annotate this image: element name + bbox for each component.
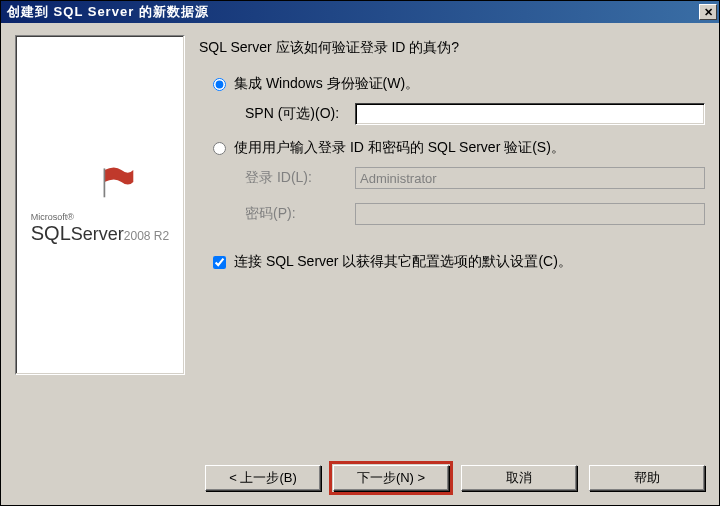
password-input [355,203,705,225]
content-area: Microsoft® SQLServer2008 R2 SQL Server 应… [1,23,719,455]
spn-label: SPN (可选)(O): [245,105,355,123]
spn-row: SPN (可选)(O): [245,103,705,125]
auth-windows-radio[interactable] [213,78,226,91]
dialog-window: 创建到 SQL Server 的新数据源 ✕ Microsoft® SQLSer… [0,0,720,506]
password-row: 密码(P): [245,203,705,225]
logo-panel: Microsoft® SQLServer2008 R2 [15,35,185,375]
auth-windows-label: 集成 Windows 身份验证(W)。 [234,75,419,93]
svg-rect-0 [103,168,105,197]
logo-version-text: 2008 R2 [124,229,169,243]
auth-sql-radio[interactable] [213,142,226,155]
connect-checkbox[interactable] [213,256,226,269]
logo-server-text: Server [71,224,124,244]
auth-sql-row: 使用用户输入登录 ID 和密码的 SQL Server 验证(S)。 [199,139,705,157]
auth-windows-row: 集成 Windows 身份验证(W)。 [199,75,705,93]
logo-product-text: SQLServer2008 R2 [31,222,169,245]
logo-inner: Microsoft® SQLServer2008 R2 [17,165,183,245]
auth-sql-label: 使用用户输入登录 ID 和密码的 SQL Server 验证(S)。 [234,139,565,157]
logo-sql-text: SQL [31,222,71,244]
titlebar: 创建到 SQL Server 的新数据源 ✕ [1,1,719,23]
spn-input[interactable] [355,103,705,125]
form-panel: SQL Server 应该如何验证登录 ID 的真伪? 集成 Windows 身… [199,35,705,445]
sql-server-flag-icon [101,165,135,199]
login-input [355,167,705,189]
close-button[interactable]: ✕ [699,4,717,20]
close-icon: ✕ [704,6,713,19]
form-heading: SQL Server 应该如何验证登录 ID 的真伪? [199,39,705,57]
button-row: < 上一步(B) 下一步(N) > 取消 帮助 [1,455,719,505]
help-button[interactable]: 帮助 [589,465,705,491]
login-row: 登录 ID(L): [245,167,705,189]
cancel-button[interactable]: 取消 [461,465,577,491]
back-button[interactable]: < 上一步(B) [205,465,321,491]
connect-label: 连接 SQL Server 以获得其它配置选项的默认设置(C)。 [234,253,572,271]
next-button[interactable]: 下一步(N) > [333,465,449,491]
password-label: 密码(P): [245,205,355,223]
logo-microsoft-text: Microsoft® [31,212,169,222]
window-title: 创建到 SQL Server 的新数据源 [7,3,699,21]
connect-row: 连接 SQL Server 以获得其它配置选项的默认设置(C)。 [199,253,705,271]
login-label: 登录 ID(L): [245,169,355,187]
